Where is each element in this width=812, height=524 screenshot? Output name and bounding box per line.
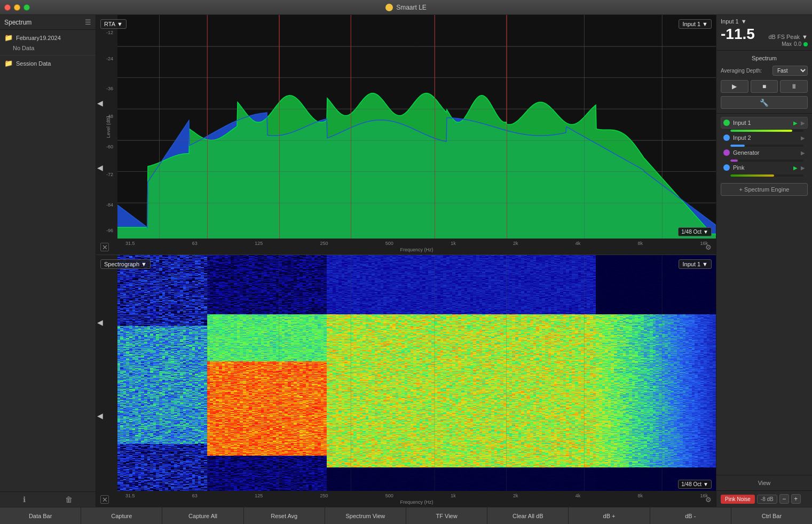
channel-item-generator[interactable]: Generator ▶ bbox=[721, 147, 808, 158]
averaging-label: Averaging Depth: bbox=[721, 68, 762, 74]
channel-meter-fill-pink bbox=[730, 174, 774, 177]
rta-handle-bottom[interactable]: ◀ bbox=[97, 163, 103, 172]
app-icon bbox=[385, 4, 393, 11]
level-max-label: Max bbox=[782, 41, 792, 47]
y-label-96: -96 bbox=[106, 228, 115, 233]
maximize-button[interactable] bbox=[23, 4, 30, 11]
level-green-dot bbox=[803, 42, 808, 46]
y-label-72: -72 bbox=[106, 172, 115, 177]
settings-wrench-button[interactable]: 🔧 bbox=[721, 96, 808, 109]
sidebar-items: 📁 February19.2024 No Data 📁 Session Data bbox=[0, 30, 96, 491]
sidebar-title: Spectrum bbox=[4, 19, 31, 26]
toolbar-tfview-button[interactable]: TF View bbox=[406, 507, 487, 524]
spectrograph-chart-header: Spectrograph ▼ Input 1 ▼ bbox=[96, 257, 716, 271]
info-button[interactable]: ℹ bbox=[23, 495, 26, 504]
play-button[interactable]: ▶ bbox=[721, 80, 748, 93]
channel-dot-pink bbox=[723, 164, 730, 171]
input-selector-top[interactable]: Input 1 ▼ bbox=[721, 18, 747, 25]
toolbar-databar-button[interactable]: Data Bar bbox=[0, 507, 81, 524]
spectrograph-label[interactable]: Spectrograph ▼ bbox=[100, 259, 151, 269]
channel-name-input1: Input 1 bbox=[733, 120, 790, 126]
sidebar: Spectrum ☰ 📁 February19.2024 No Data 📁 S… bbox=[0, 15, 96, 507]
level-unit: dB FS Peak bbox=[768, 34, 800, 40]
channel-arrow-pink: ▶ bbox=[801, 165, 805, 171]
folder-icon-2: 📁 bbox=[4, 59, 13, 67]
channel-name-pink: Pink bbox=[733, 164, 790, 171]
sidebar-item-nodata[interactable]: No Data bbox=[0, 43, 96, 53]
spectrograph-input-selector[interactable]: Input 1 ▼ bbox=[679, 259, 712, 269]
level-display: Input 1 ▼ -11.5 dB FS Peak ▼ Max 0.0 bbox=[716, 15, 812, 51]
app-title: Smaart LE bbox=[385, 4, 427, 11]
sidebar-header: Spectrum ☰ bbox=[0, 15, 96, 30]
view-button[interactable]: View bbox=[716, 475, 812, 491]
level-value: -11.5 bbox=[721, 26, 755, 43]
toolbar-dbminus-button[interactable]: dB - bbox=[650, 507, 731, 524]
sidebar-footer: ℹ 🗑 bbox=[0, 491, 96, 507]
spectro-octave-badge[interactable]: 1/48 Oct ▼ bbox=[678, 480, 712, 489]
db-minus-button[interactable]: − bbox=[779, 494, 789, 504]
right-panel: Input 1 ▼ -11.5 dB FS Peak ▼ Max 0.0 bbox=[716, 15, 812, 507]
window-controls bbox=[4, 4, 30, 11]
transport-row: ▶ ■ ⏸ bbox=[721, 80, 808, 93]
channel-arrow-input1: ▶ bbox=[801, 120, 805, 126]
toolbar-ctrlbar-button[interactable]: Ctrl Bar bbox=[731, 507, 812, 524]
level-max-value: 0.0 bbox=[794, 41, 801, 47]
toolbar-capture-button[interactable]: Capture bbox=[81, 507, 162, 524]
pink-noise-button[interactable]: Pink Noise bbox=[721, 495, 755, 504]
rta-octave-badge[interactable]: 1/48 Oct ▼ bbox=[678, 227, 712, 236]
spectro-handle-bottom[interactable]: ◀ bbox=[97, 411, 103, 420]
pink-noise-row: Pink Noise -8 dB − + bbox=[716, 491, 812, 507]
y-label-48: -48 bbox=[106, 114, 115, 119]
spectrograph-canvas bbox=[117, 255, 716, 491]
sidebar-folder-february[interactable]: 📁 February19.2024 bbox=[0, 32, 96, 43]
channel-play-icon-pink: ▶ bbox=[793, 165, 798, 171]
level-row: -11.5 dB FS Peak ▼ Max 0.0 bbox=[721, 26, 808, 47]
channel-arrow-input2: ▶ bbox=[801, 135, 805, 141]
toolbar-captureall-button[interactable]: Capture All bbox=[162, 507, 243, 524]
channel-item-input2[interactable]: Input 2 ▶ bbox=[721, 132, 808, 144]
toolbar-resetavg-button[interactable]: Reset Avg bbox=[244, 507, 325, 524]
minimize-button[interactable] bbox=[14, 4, 20, 11]
add-engine-button[interactable]: + Spectrum Engine bbox=[721, 183, 808, 196]
averaging-select[interactable]: Fast Medium Slow bbox=[772, 66, 808, 76]
y-label-60: -60 bbox=[106, 144, 115, 149]
folder-icon: 📁 bbox=[4, 34, 13, 42]
spectro-settings-button[interactable]: ⚙ bbox=[705, 496, 712, 504]
channel-dot-input1 bbox=[723, 120, 730, 126]
rta-handle-top[interactable]: ◀ bbox=[97, 99, 103, 107]
channel-item-pink[interactable]: Pink ▶ ▶ bbox=[721, 162, 808, 173]
spectrum-section: Spectrum Averaging Depth: Fast Medium Sl… bbox=[716, 51, 812, 114]
db-display: -8 dB bbox=[757, 495, 777, 504]
rta-chart-wrapper: Level (dB) -12 -24 -36 -48 -60 -72 -84 -… bbox=[96, 15, 716, 255]
delete-button[interactable]: 🗑 bbox=[65, 495, 73, 504]
channel-name-input2: Input 2 bbox=[733, 134, 798, 141]
pause-button[interactable]: ⏸ bbox=[780, 80, 808, 93]
toolbar-spectrumview-button[interactable]: Spectrum View bbox=[325, 507, 406, 524]
y-label-36: -36 bbox=[106, 86, 115, 91]
rta-bottom-bar: ✕ ⚙ bbox=[96, 240, 716, 255]
center-content: Level (dB) -12 -24 -36 -48 -60 -72 -84 -… bbox=[96, 15, 716, 507]
close-button[interactable] bbox=[4, 4, 11, 11]
rta-settings-button[interactable]: ⚙ bbox=[705, 243, 712, 251]
stop-button[interactable]: ■ bbox=[751, 80, 778, 93]
channel-name-generator: Generator bbox=[733, 149, 798, 156]
toolbar-dbplus-button[interactable]: dB + bbox=[569, 507, 650, 524]
channel-meter-pink bbox=[730, 174, 803, 177]
spectro-handle-top[interactable]: ◀ bbox=[97, 318, 103, 327]
sidebar-menu-icon[interactable]: ☰ bbox=[85, 18, 91, 26]
rta-input-selector[interactable]: Input 1 ▼ bbox=[679, 19, 712, 29]
spectrograph-panel: ◀ ◀ Spectrograph ▼ Input 1 ▼ 1/48 Oct bbox=[96, 255, 716, 507]
channel-dot-input2 bbox=[723, 134, 730, 141]
channel-item-input1[interactable]: Input 1 ▶ ▶ bbox=[721, 117, 808, 129]
channel-list: Input 1 ▶ ▶ Input 2 ▶ Generator ▶ bbox=[716, 114, 812, 180]
toolbar-clearalldb-button[interactable]: Clear All dB bbox=[487, 507, 569, 524]
sidebar-folder-session[interactable]: 📁 Session Data bbox=[0, 58, 96, 69]
rta-y-axis: Level (dB) -12 -24 -36 -48 -60 -72 -84 -… bbox=[96, 15, 117, 239]
spectro-close-button[interactable]: ✕ bbox=[100, 495, 109, 504]
spectro-bottom-bar: ✕ ⚙ bbox=[96, 492, 716, 507]
channel-arrow-generator: ▶ bbox=[801, 150, 805, 156]
db-plus-button[interactable]: + bbox=[791, 494, 801, 504]
y-label-84: -84 bbox=[106, 202, 115, 208]
rta-label[interactable]: RTA ▼ bbox=[100, 19, 127, 29]
rta-close-button[interactable]: ✕ bbox=[100, 243, 109, 251]
